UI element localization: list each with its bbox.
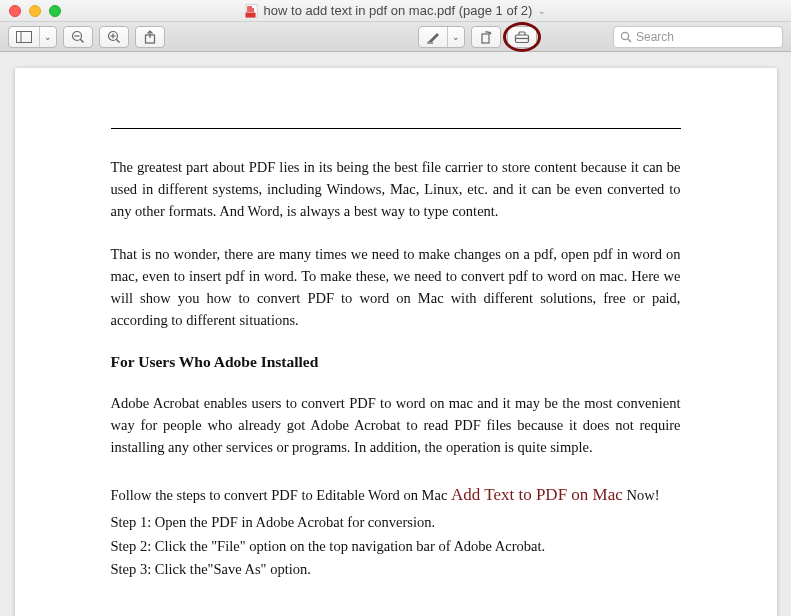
minimize-window-button[interactable]: [29, 5, 41, 17]
close-window-button[interactable]: [9, 5, 21, 17]
share-icon: [143, 30, 157, 44]
pdf-page-1: The greatest part about PDF lies in its …: [15, 68, 777, 616]
rotate-icon: [479, 30, 493, 44]
window-titlebar: how to add text in pdf on mac.pdf (page …: [0, 0, 791, 22]
svg-line-18: [628, 39, 631, 42]
zoom-out-button[interactable]: [63, 26, 93, 48]
sidebar-icon: [9, 27, 39, 47]
horizontal-rule: [111, 128, 681, 129]
svg-line-5: [80, 39, 83, 42]
svg-rect-14: [482, 34, 489, 43]
document-viewport[interactable]: The greatest part about PDF lies in its …: [0, 52, 791, 616]
search-placeholder: Search: [636, 30, 674, 44]
paragraph: The greatest part about PDF lies in its …: [111, 157, 681, 222]
toolbar-right-group: ⌄ Search: [418, 26, 783, 48]
zoom-in-button[interactable]: [99, 26, 129, 48]
chevron-down-icon: ⌄: [39, 27, 56, 47]
step-line: Step 3: Click the"Save As" option.: [111, 558, 681, 581]
highlight-button[interactable]: ⌄: [418, 26, 465, 48]
window-title-text: how to add text in pdf on mac.pdf (page …: [264, 3, 533, 18]
traffic-lights: [0, 5, 61, 17]
svg-line-8: [116, 39, 119, 42]
view-mode-button[interactable]: ⌄: [8, 26, 57, 48]
pdf-file-icon: [245, 4, 259, 18]
step-line: Step 1: Open the PDF in Adobe Acrobat fo…: [111, 511, 681, 534]
rotate-button[interactable]: [471, 26, 501, 48]
text-run: Follow the steps to convert PDF to Edita…: [111, 487, 452, 503]
paragraph: That is no wonder, there are many times …: [111, 244, 681, 331]
text-run: Now!: [623, 487, 660, 503]
zoom-window-button[interactable]: [49, 5, 61, 17]
chevron-down-icon: ⌄: [447, 27, 464, 47]
annotation-highlight-circle: [503, 22, 541, 52]
zoom-out-icon: [71, 30, 85, 44]
toolbar: ⌄ ⌄ Search: [0, 22, 791, 52]
chevron-down-icon[interactable]: ⌄: [537, 6, 546, 16]
zoom-in-icon: [107, 30, 121, 44]
section-heading: For Users Who Adobe Installed: [111, 353, 681, 371]
window-title: how to add text in pdf on mac.pdf (page …: [245, 3, 547, 18]
search-field[interactable]: Search: [613, 26, 783, 48]
paragraph: Adobe Acrobat enables users to convert P…: [111, 393, 681, 458]
svg-rect-2: [17, 31, 32, 42]
toolbar-left-group: ⌄: [8, 26, 165, 48]
highlighter-icon: [419, 27, 447, 47]
document-link[interactable]: Add Text to PDF on Mac: [451, 485, 623, 504]
step-line: Step 2: Click the "File" option on the t…: [111, 535, 681, 558]
svg-rect-1: [245, 12, 255, 17]
search-icon: [620, 31, 632, 43]
paragraph: Follow the steps to convert PDF to Edita…: [111, 481, 681, 510]
share-button[interactable]: [135, 26, 165, 48]
svg-point-17: [621, 32, 628, 39]
